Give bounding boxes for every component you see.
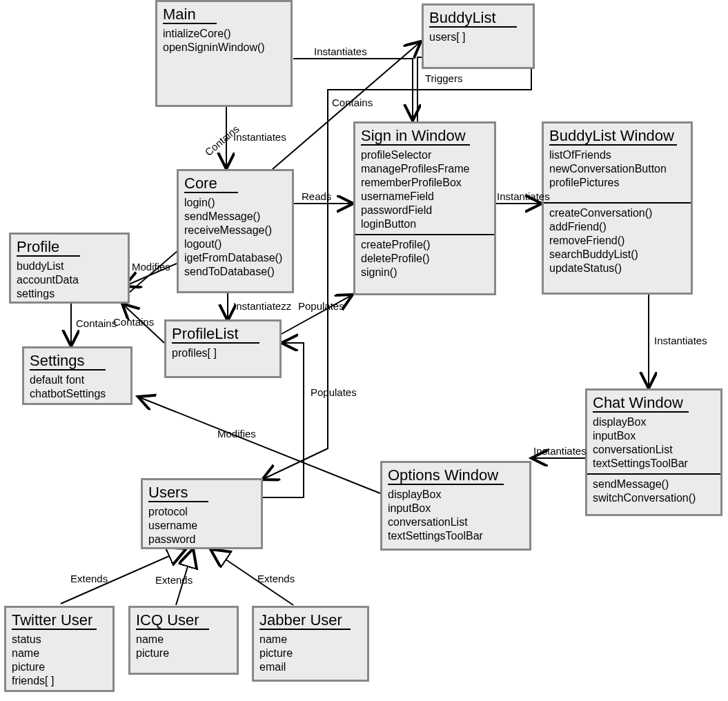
class-op: intializeCore() (163, 27, 285, 41)
class-attr: picture (12, 660, 107, 674)
class-op: login() (184, 196, 286, 210)
class-attr: status (12, 633, 107, 646)
class-op: searchBuddyList() (549, 248, 685, 261)
class-op: deleteProfile() (361, 252, 489, 266)
class-attr: inputBox (388, 502, 524, 515)
class-attr: accountData (17, 273, 122, 287)
class-op: igetFromDatabase() (184, 251, 286, 265)
class-attr: picture (259, 646, 362, 660)
class-attr: manageProfilesFrame (361, 162, 489, 176)
class-attr: textSettingsToolBar (593, 457, 715, 471)
class-attr: email (259, 660, 362, 674)
class-attr: conversationList (388, 515, 524, 529)
class-main: Main intializeCore() openSigninWindow() (155, 0, 293, 107)
class-op: logout() (184, 237, 286, 251)
class-op: createProfile() (361, 238, 489, 252)
rel-label: Instantiatezz (233, 300, 291, 312)
class-title: Main (163, 6, 217, 24)
class-attr: name (136, 633, 231, 646)
class-attr: protocol (148, 505, 255, 519)
rel-label: Instantiates (533, 445, 587, 457)
class-title: Chat Window (593, 395, 689, 413)
class-op: signin() (361, 266, 489, 279)
class-op: addFriend() (549, 220, 685, 234)
class-users: Users protocol username password (141, 478, 263, 549)
class-attr: displayBox (593, 415, 715, 429)
class-op: removeFriend() (549, 234, 685, 248)
class-signin-window: Sign in Window profileSelector managePro… (353, 121, 496, 295)
class-attr: users[ ] (429, 30, 527, 44)
class-attr: conversationList (593, 443, 715, 457)
rel-label: Populates (298, 300, 344, 312)
class-title: ICQ User (136, 612, 209, 630)
class-attr: usernameField (361, 190, 489, 204)
rel-label: Extends (70, 573, 108, 584)
class-title: Settings (30, 353, 106, 371)
class-buddylist-window: BuddyList Window listOfFriends newConver… (542, 121, 693, 295)
class-options-window: Options Window displayBox inputBox conve… (380, 461, 531, 551)
class-op: updateStatus() (549, 261, 685, 275)
rel-label: Modifies (217, 428, 256, 440)
class-profile: Profile buddyList accountData settings (9, 233, 130, 304)
class-attr: inputBox (593, 429, 715, 443)
rel-label: Instantiates (314, 46, 367, 57)
class-title: Sign in Window (361, 128, 470, 146)
rel-label: Contains (76, 317, 117, 329)
class-attr: friends[ ] (12, 674, 107, 688)
class-attr: loginButton (361, 217, 489, 231)
rel-label: Instantiates (497, 190, 550, 202)
class-attr: chatbotSettings (30, 387, 125, 401)
class-attr: settings (17, 287, 122, 301)
class-op: openSigninWindow() (163, 41, 285, 55)
rel-label: Modifies (132, 261, 170, 273)
rel-label: Extends (155, 574, 193, 586)
class-title: Profile (17, 239, 80, 257)
class-profilelist: ProfileList profiles[ ] (164, 319, 282, 378)
rel-label: Contains (332, 97, 373, 108)
class-op: switchConversation() (593, 491, 715, 505)
class-op: receiveMessage() (184, 224, 286, 237)
class-title: Jabber User (259, 612, 351, 630)
class-attr: displayBox (388, 488, 524, 502)
class-title: Twitter User (12, 612, 97, 630)
class-attr: passwordField (361, 204, 489, 217)
class-chat-window: Chat Window displayBox inputBox conversa… (585, 388, 722, 516)
class-attr: name (12, 646, 107, 660)
class-attr: textSettingsToolBar (388, 529, 524, 543)
rel-label: Triggers (425, 72, 462, 84)
rel-label: Reads (302, 190, 331, 202)
class-attr: profilePictures (549, 176, 685, 190)
class-op: sendMessage() (184, 210, 286, 224)
rel-label: Instantiates (233, 131, 286, 143)
class-title: BuddyList (429, 10, 517, 28)
class-icq-user: ICQ User name picture (128, 606, 239, 675)
class-attr: picture (136, 646, 231, 660)
class-attr: password (148, 533, 255, 546)
class-title: Users (148, 484, 208, 502)
rel-label: Instantiates (654, 335, 707, 346)
class-attr: username (148, 519, 255, 533)
class-jabber-user: Jabber User name picture email (252, 606, 369, 682)
class-attr: buddyList (17, 259, 122, 273)
class-attr: listOfFriends (549, 148, 685, 162)
rel-label: Populates (311, 386, 357, 398)
class-attr: name (259, 633, 362, 646)
rel-label: Extends (257, 573, 295, 584)
uml-class-diagram: Main intializeCore() openSigninWindow() … (0, 0, 728, 701)
class-attr: profiles[ ] (172, 346, 274, 360)
class-op: createConversation() (549, 206, 685, 220)
class-attr: newConversationButton (549, 162, 685, 176)
class-buddylist: BuddyList users[ ] (422, 3, 535, 69)
class-twitter-user: Twitter User status name picture friends… (4, 606, 115, 692)
class-title: Options Window (388, 467, 504, 485)
class-core: Core login() sendMessage() receiveMessag… (177, 169, 294, 293)
class-op: sendToDatabase() (184, 265, 286, 279)
rel-label: Contains (113, 316, 154, 328)
class-attr: default font (30, 373, 125, 387)
class-settings: Settings default font chatbotSettings (22, 346, 132, 405)
class-title: Core (184, 175, 238, 193)
class-op: sendMessage() (593, 477, 715, 491)
class-title: BuddyList Window (549, 128, 677, 146)
class-attr: rememberProfileBox (361, 176, 489, 190)
class-attr: profileSelector (361, 148, 489, 162)
